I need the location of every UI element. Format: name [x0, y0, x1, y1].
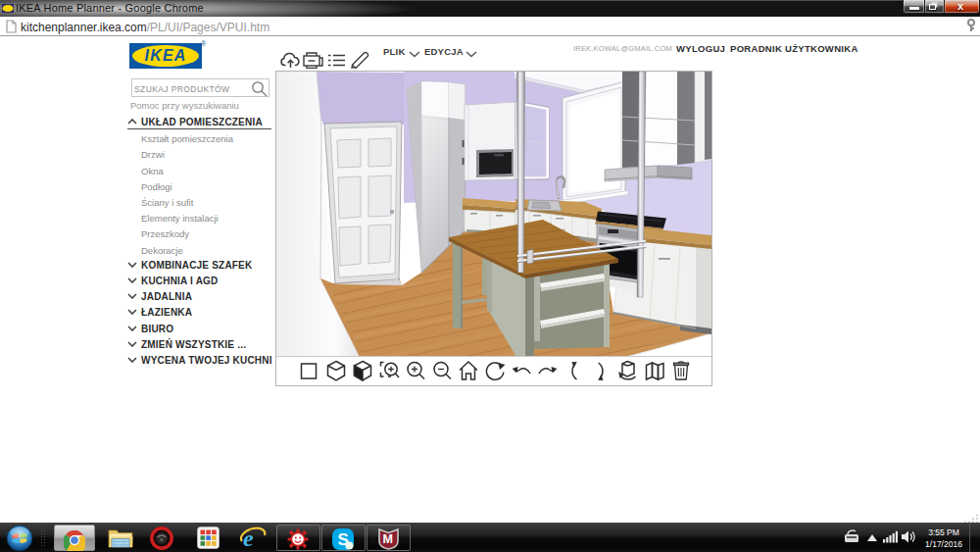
svg-text:M: M [383, 532, 393, 546]
